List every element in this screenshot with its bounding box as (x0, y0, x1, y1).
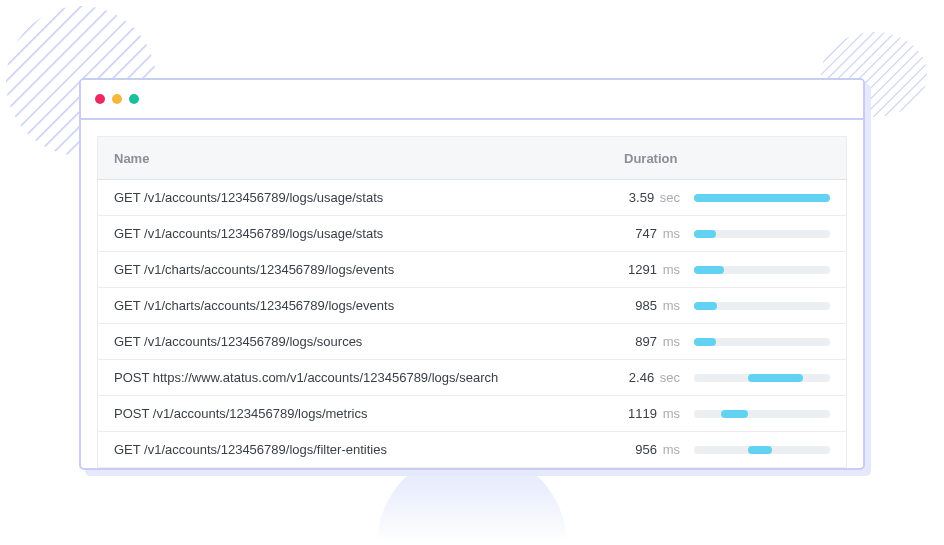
duration-bar (694, 410, 830, 418)
table-header: Name Duration (97, 136, 847, 180)
window-titlebar (81, 80, 863, 120)
duration-bar (694, 266, 830, 274)
request-name: POST https://www.atatus.com/v1/accounts/… (114, 370, 624, 385)
table-row[interactable]: GET /v1/charts/accounts/123456789/logs/e… (97, 288, 847, 324)
table-row[interactable]: GET /v1/accounts/123456789/logs/filter-e… (97, 432, 847, 468)
table-row[interactable]: POST /v1/accounts/123456789/logs/metrics… (97, 396, 847, 432)
column-header-duration[interactable]: Duration (624, 151, 694, 166)
table-row[interactable]: GET /v1/accounts/123456789/logs/sources8… (97, 324, 847, 360)
duration-bar (694, 230, 830, 238)
request-name: GET /v1/charts/accounts/123456789/logs/e… (114, 262, 624, 277)
table-row[interactable]: GET /v1/accounts/123456789/logs/usage/st… (97, 180, 847, 216)
duration-bar (694, 194, 830, 202)
column-header-name[interactable]: Name (114, 151, 624, 166)
request-name: POST /v1/accounts/123456789/logs/metrics (114, 406, 624, 421)
table-row[interactable]: GET /v1/accounts/123456789/logs/usage/st… (97, 216, 847, 252)
duration-bar (694, 302, 830, 310)
zoom-icon[interactable] (129, 94, 139, 104)
request-name: GET /v1/accounts/123456789/logs/usage/st… (114, 190, 624, 205)
request-duration: 897 ms (624, 334, 694, 349)
request-duration: 956 ms (624, 442, 694, 457)
table-row[interactable]: GET /v1/charts/accounts/123456789/logs/e… (97, 252, 847, 288)
duration-bar (694, 374, 830, 382)
duration-bar (694, 446, 830, 454)
request-name: GET /v1/charts/accounts/123456789/logs/e… (114, 298, 624, 313)
request-name: GET /v1/accounts/123456789/logs/usage/st… (114, 226, 624, 241)
request-duration: 1119 ms (624, 406, 694, 421)
request-name: GET /v1/accounts/123456789/logs/filter-e… (114, 442, 624, 457)
close-icon[interactable] (95, 94, 105, 104)
browser-window: Name Duration GET /v1/accounts/123456789… (79, 78, 865, 470)
request-duration: 3.59 sec (624, 190, 694, 205)
request-table: Name Duration GET /v1/accounts/123456789… (81, 120, 863, 468)
minimize-icon[interactable] (112, 94, 122, 104)
duration-bar (694, 338, 830, 346)
request-duration: 985 ms (624, 298, 694, 313)
request-duration: 2.46 sec (624, 370, 694, 385)
request-duration: 1291 ms (624, 262, 694, 277)
request-name: GET /v1/accounts/123456789/logs/sources (114, 334, 624, 349)
request-duration: 747 ms (624, 226, 694, 241)
table-row[interactable]: POST https://www.atatus.com/v1/accounts/… (97, 360, 847, 396)
